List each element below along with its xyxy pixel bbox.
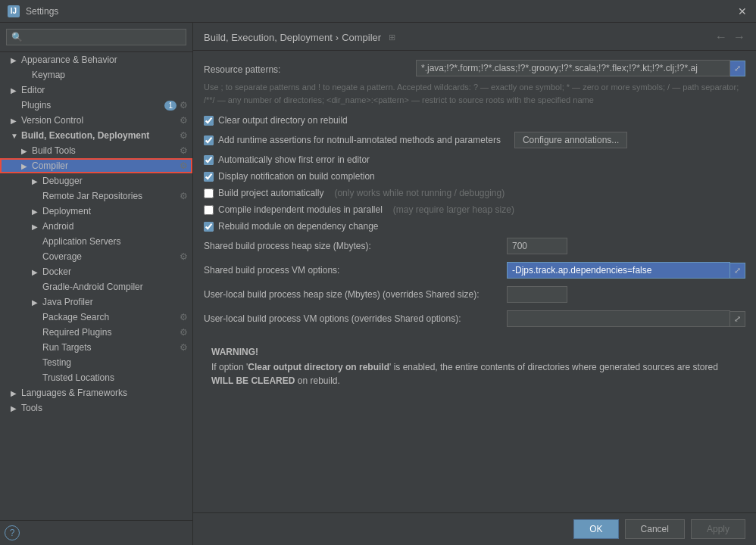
auto-show-error-checkbox[interactable] [204, 155, 214, 165]
shared-heap-row: Shared build process heap size (Mbytes): [204, 238, 745, 254]
breadcrumb-current: Compiler [342, 32, 381, 43]
window-title: Settings [26, 6, 736, 17]
sidebar-item-android[interactable]: ▶ Android [0, 219, 192, 234]
hint-text: Use ; to separate patterns and ! to nega… [204, 81, 745, 106]
sidebar-item-version-control[interactable]: ▶ Version Control ⚙ [0, 113, 192, 128]
shared-vm-label: Shared build process VM options: [204, 265, 507, 276]
warning-box: WARNING! If option 'Clear output directo… [204, 339, 745, 395]
display-notification-checkbox[interactable] [204, 172, 214, 182]
breadcrumb-separator: › [336, 32, 339, 43]
compile-parallel-hint: (may require larger heap size) [393, 204, 514, 215]
nav-arrows: ← → [715, 30, 745, 44]
sidebar-item-compiler[interactable]: ▶ Compiler ⚙ [0, 158, 192, 173]
nav-forward-button[interactable]: → [733, 30, 745, 44]
shared-heap-input[interactable] [507, 238, 567, 254]
breadcrumb-part1: Build, Execution, Deployment [204, 32, 333, 43]
sidebar-item-java-profiler[interactable]: ▶ Java Profiler [0, 294, 192, 310]
shared-vm-expand-button[interactable]: ⤢ [730, 263, 745, 279]
ok-button[interactable]: OK [573, 519, 618, 539]
shared-vm-row: Shared build process VM options: ⤢ [204, 262, 745, 279]
main-header: Build, Execution, Deployment › Compiler … [193, 23, 756, 51]
expand-icon: ▶ [11, 117, 21, 125]
resource-patterns-row: Resource patterns: ⤢ [204, 60, 745, 76]
user-vm-row: User-local build process VM options (ove… [204, 310, 745, 327]
sidebar-item-deployment[interactable]: ▶ Deployment [0, 204, 192, 219]
checkbox-clear-output: Clear output directory on rebuild [204, 115, 745, 126]
user-vm-expand-button[interactable]: ⤢ [730, 311, 745, 327]
expand-icon: ▶ [32, 298, 42, 307]
rebuild-on-dependency-checkbox[interactable] [204, 222, 214, 232]
user-heap-input[interactable] [507, 286, 567, 303]
sidebar-item-editor[interactable]: ▶ Editor [0, 83, 192, 98]
apply-button[interactable]: Apply [691, 519, 745, 539]
sidebar-item-build-execution-deployment[interactable]: ▼ Build, Execution, Deployment ⚙ [0, 128, 192, 143]
checkbox-display-notification: Display notification on build completion [204, 171, 745, 182]
sidebar-item-languages-frameworks[interactable]: ▶ Languages & Frameworks [0, 385, 192, 400]
settings-icon: ⚙ [180, 327, 188, 338]
resource-patterns-input[interactable] [416, 60, 730, 76]
app-icon: IJ [8, 5, 20, 17]
configure-annotations-button[interactable]: Configure annotations... [514, 132, 627, 148]
sidebar-item-tools[interactable]: ▶ Tools [0, 400, 192, 416]
expand-icon: ▶ [11, 404, 21, 413]
sidebar-item-application-servers[interactable]: Application Servers [0, 234, 192, 249]
build-auto-checkbox[interactable] [204, 188, 214, 198]
warning-title: WARNING! [211, 347, 738, 357]
expand-icon: ▶ [32, 177, 42, 185]
user-vm-label: User-local build process VM options (ove… [204, 313, 507, 324]
add-runtime-checkbox[interactable] [204, 135, 214, 145]
main-content-area: ▶ Appearance & Behavior Keymap ▶ Editor [0, 23, 756, 545]
main-panel: Build, Execution, Deployment › Compiler … [193, 23, 756, 545]
settings-icon: ⚙ [180, 342, 188, 353]
expand-icon: ▶ [11, 389, 21, 397]
plugins-badge: 1 [164, 101, 177, 111]
sidebar-item-gradle-android-compiler[interactable]: Gradle-Android Compiler [0, 279, 192, 294]
settings-icon: ⚙ [180, 191, 188, 201]
sidebar-item-trusted-locations[interactable]: Trusted Locations [0, 370, 192, 385]
resource-patterns-expand-button[interactable]: ⤢ [730, 61, 745, 76]
cancel-button[interactable]: Cancel [625, 519, 685, 539]
breadcrumb-icon: ⊞ [389, 33, 395, 42]
shared-heap-label: Shared build process heap size (Mbytes): [204, 241, 507, 251]
shared-vm-input[interactable] [507, 262, 730, 279]
nav-back-button[interactable]: ← [715, 30, 727, 44]
sidebar-item-appearance-behavior[interactable]: ▶ Appearance & Behavior [0, 52, 192, 67]
clear-output-checkbox[interactable] [204, 116, 214, 126]
compile-parallel-checkbox[interactable] [204, 205, 214, 215]
sidebar-item-run-targets[interactable]: Run Targets ⚙ [0, 340, 192, 355]
settings-icon: ⚙ [180, 130, 188, 141]
expand-icon: ▶ [32, 223, 42, 231]
checkbox-add-runtime: Add runtime assertions for notnull-annot… [204, 132, 745, 148]
expand-icon: ▶ [32, 268, 42, 276]
sidebar-bottom: ? [0, 520, 192, 545]
expand-icon: ▶ [11, 86, 21, 95]
settings-window: IJ Settings ✕ ▶ Appearance & Behavior [0, 0, 756, 545]
sidebar-item-docker[interactable]: ▶ Docker [0, 264, 192, 279]
sidebar-item-testing[interactable]: Testing [0, 355, 192, 370]
expand-icon: ▶ [11, 56, 21, 64]
user-vm-input[interactable] [507, 310, 730, 327]
search-input[interactable] [6, 29, 186, 45]
search-box [0, 23, 192, 52]
sidebar-item-remote-jar-repositories[interactable]: Remote Jar Repositories ⚙ [0, 188, 192, 204]
close-button[interactable]: ✕ [736, 5, 748, 17]
settings-icon: ⚙ [180, 312, 188, 322]
sidebar-item-build-tools[interactable]: ▶ Build Tools ⚙ [0, 143, 192, 158]
user-heap-label: User-local build process heap size (Mbyt… [204, 289, 507, 300]
sidebar-item-package-search[interactable]: Package Search ⚙ [0, 310, 192, 325]
user-heap-row: User-local build process heap size (Mbyt… [204, 286, 745, 303]
build-auto-hint: (only works while not running / debuggin… [334, 188, 505, 198]
resource-patterns-control: ⤢ [416, 60, 745, 76]
help-button[interactable]: ? [5, 525, 20, 540]
expand-icon: ▶ [21, 162, 32, 170]
sidebar: ▶ Appearance & Behavior Keymap ▶ Editor [0, 23, 193, 545]
titlebar: IJ Settings ✕ [0, 0, 756, 23]
sidebar-item-coverage[interactable]: Coverage ⚙ [0, 249, 192, 264]
form-content: Resource patterns: ⤢ Use ; to separate p… [193, 51, 756, 512]
sidebar-tree: ▶ Appearance & Behavior Keymap ▶ Editor [0, 52, 192, 520]
sidebar-item-required-plugins[interactable]: Required Plugins ⚙ [0, 325, 192, 340]
sidebar-item-plugins[interactable]: Plugins 1 ⚙ [0, 98, 192, 113]
sidebar-item-keymap[interactable]: Keymap [0, 67, 192, 83]
sidebar-item-debugger[interactable]: ▶ Debugger [0, 173, 192, 188]
footer: OK Cancel Apply [193, 512, 756, 545]
